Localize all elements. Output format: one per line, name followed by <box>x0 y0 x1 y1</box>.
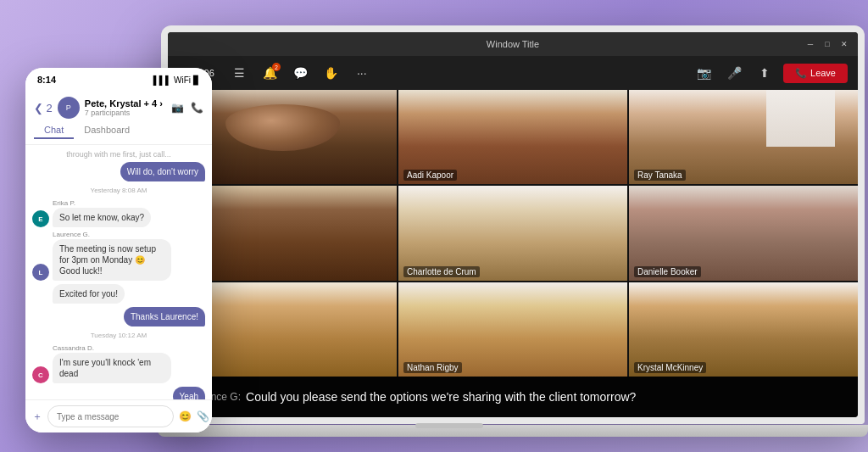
msg-bubble-self-2: Thanks Laurence! <box>124 307 205 326</box>
wifi-icon: WiFi <box>174 75 191 85</box>
msg-row-yeah: Yeah <box>32 387 205 399</box>
truncated-msg: through with me first, just call... <box>32 150 205 159</box>
video-cell-6: Danielle Booker <box>629 186 858 280</box>
header-icons: 📷 📞 <box>171 102 203 114</box>
participant-count: 7 participants <box>85 109 166 117</box>
msg-bubble-cassandra: I'm sure you'll knock 'em dead <box>53 353 171 383</box>
participant-label-5: Charlotte de Crum <box>403 266 480 277</box>
participant-label-3: Ray Tanaka <box>634 170 686 181</box>
laptop-base <box>158 425 868 437</box>
msg-row-self-2: Thanks Laurence! <box>32 307 205 326</box>
chat-messages: through with me first, just call... Will… <box>25 145 212 399</box>
voice-call-icon[interactable]: 📞 <box>191 102 203 114</box>
more-options-icon[interactable]: ··· <box>350 61 374 85</box>
video-cell-5: Charlotte de Crum <box>398 186 627 280</box>
tab-chat[interactable]: Chat <box>34 122 74 139</box>
participant-label-8: Nathan Rigby <box>403 362 462 373</box>
participant-label-2: Aadi Kapoor <box>403 170 457 181</box>
raise-hand-icon[interactable]: ✋ <box>320 61 343 85</box>
caption-bar: Laurence G: Could you please send the op… <box>168 377 858 417</box>
video-grid: Aadi Kapoor Ray Tanaka Charlotte de <box>168 90 858 377</box>
mobile-mockup: 8:14 ▌▌▌ WiFi ▊ ❮ 2 P Pete, Krystal + 4 … <box>25 68 212 432</box>
attach-icon[interactable]: 📎 <box>197 410 209 422</box>
video-cell-8: Nathan Rigby <box>398 282 627 377</box>
battery-icon: ▊ <box>193 75 200 85</box>
msg-bubble-laurence-1: The meeting is now setup for 3pm on Mond… <box>53 239 171 281</box>
video-cell-3: Ray Tanaka <box>629 90 858 184</box>
menu-icon[interactable]: ☰ <box>228 61 252 85</box>
sender-cassandra: Cassandra D. <box>53 344 171 352</box>
chat-input[interactable] <box>47 405 174 427</box>
msg-content-erika: Erika P. So let me know, okay? <box>53 199 151 227</box>
msg-content-laurence-1: Laurence G. The meeting is now setup for… <box>53 231 171 281</box>
maximize-button[interactable]: □ <box>822 39 832 49</box>
msg-row-self-1: Will do, don't worry <box>32 162 205 181</box>
title-bar-controls: ─ □ ✕ <box>805 39 849 49</box>
leave-button[interactable]: 📞 Leave <box>783 64 848 83</box>
desktop-screen: Window Title ─ □ ✕ 00:22:06 ☰ 🔔 2 💬 ✋ ··… <box>168 32 858 417</box>
msg-bubble-yeah: Yeah <box>173 387 205 399</box>
share-screen-icon[interactable]: ⬆ <box>753 61 776 85</box>
close-button[interactable]: ✕ <box>839 39 849 49</box>
participant-label-6: Danielle Booker <box>634 266 701 277</box>
sender-laurence-1: Laurence G. <box>53 231 171 238</box>
sender-erika: Erika P. <box>53 199 151 207</box>
caption-text: Could you please send the options we're … <box>246 390 636 404</box>
laptop-notch <box>415 423 483 428</box>
mobile-status-bar: 8:14 ▌▌▌ WiFi ▊ <box>25 68 212 92</box>
window-title: Window Title <box>487 39 539 49</box>
avatar-laurence: L <box>32 264 49 281</box>
msg-content-cassandra: Cassandra D. I'm sure you'll knock 'em d… <box>53 344 171 383</box>
minimize-button[interactable]: ─ <box>805 39 815 49</box>
msg-bubble-self-1: Will do, don't worry <box>120 162 205 181</box>
msg-bubble-laurence-2: Excited for you! <box>53 284 125 304</box>
notification-badge: 2 <box>272 63 281 71</box>
notifications-icon[interactable]: 🔔 2 <box>259 61 282 85</box>
day-separator-1: Yesterday 8:08 AM <box>32 187 205 194</box>
video-cell-9: Krystal McKinney <box>629 282 858 377</box>
chat-title: Pete, Krystal + 4 › <box>85 98 166 109</box>
leave-icon: 📞 <box>795 68 807 79</box>
avatar-erika: E <box>32 210 49 227</box>
msg-row-cassandra: C Cassandra D. I'm sure you'll knock 'em… <box>32 344 205 383</box>
video-call-icon[interactable]: 📷 <box>171 102 184 114</box>
desktop-mockup: Window Title ─ □ ✕ 00:22:06 ☰ 🔔 2 💬 ✋ ··… <box>161 25 865 424</box>
meeting-toolbar: 00:22:06 ☰ 🔔 2 💬 ✋ ··· 📷 🎤 ⬆ 📞 Leave <box>168 56 858 90</box>
msg-row-laurence-2: Excited for you! <box>32 284 205 304</box>
chat-nav: ❮ 2 P Pete, Krystal + 4 › 7 participants… <box>34 97 203 119</box>
tab-dashboard[interactable]: Dashboard <box>74 122 140 139</box>
chat-input-bar: ＋ 😊 📎 <box>25 399 212 432</box>
group-avatar: P <box>58 97 80 119</box>
msg-bubble-erika: So let me know, okay? <box>53 208 151 227</box>
participant-label-9: Krystal McKinney <box>634 362 706 373</box>
back-button[interactable]: ❮ 2 <box>34 102 53 114</box>
video-cell-2: Aadi Kapoor <box>398 90 627 184</box>
chat-info: Pete, Krystal + 4 › 7 participants <box>85 98 166 117</box>
chat-tabs: Chat Dashboard <box>34 122 203 139</box>
emoji-icon[interactable]: 😊 <box>179 410 192 422</box>
title-bar: Window Title ─ □ ✕ <box>168 32 858 56</box>
msg-row-laurence-1: L Laurence G. The meeting is now setup f… <box>32 231 205 281</box>
add-icon[interactable]: ＋ <box>32 410 42 424</box>
signal-icon: ▌▌▌ <box>153 75 171 85</box>
avatar-cassandra: C <box>32 366 49 383</box>
microphone-icon[interactable]: 🎤 <box>722 61 746 85</box>
msg-row-erika: E Erika P. So let me know, okay? <box>32 199 205 227</box>
chat-icon[interactable]: 💬 <box>289 61 313 85</box>
camera-icon[interactable]: 📷 <box>692 61 715 85</box>
chat-header: ❮ 2 P Pete, Krystal + 4 › 7 participants… <box>25 92 212 145</box>
status-time: 8:14 <box>37 75 56 85</box>
day-separator-2: Tuesday 10:12 AM <box>32 332 205 339</box>
status-icons: ▌▌▌ WiFi ▊ <box>153 75 200 85</box>
